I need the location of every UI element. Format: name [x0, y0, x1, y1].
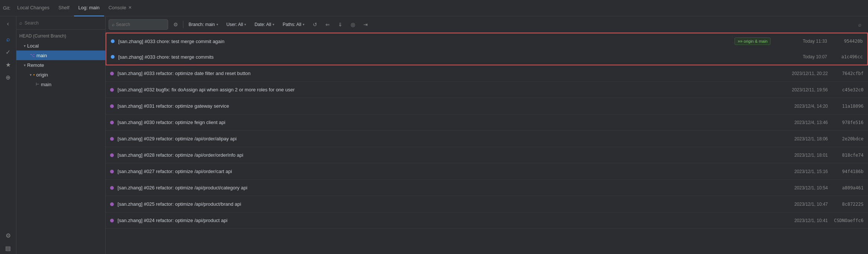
tab-local-changes[interactable]: Local Changes	[13, 0, 54, 16]
commit-date: 2023/12/1, 18:06	[776, 136, 828, 141]
tree-item-remote[interactable]: ▾ Remote	[16, 60, 105, 70]
commit-row[interactable]: [san.zhang] #032 bugfix: fix doAssign ap…	[106, 82, 868, 98]
commit-message: [san.zhang] #033 chore: test merge commi…	[118, 54, 775, 60]
remote-arrow-icon: ▾	[24, 63, 26, 67]
origin-label: origin	[36, 72, 48, 78]
tree-item-main-branch[interactable]: ⌥ main	[16, 51, 105, 60]
commit-hash: 11a18096	[834, 104, 864, 109]
tab-log-main[interactable]: Log: main	[74, 0, 104, 16]
tab-bar: Git: Local Changes Shelf Log: main Conso…	[0, 0, 868, 16]
local-arrow-icon: ▾	[24, 44, 26, 48]
tree-content: HEAD (Current Branch) ▾ Local ⌥ main ▾ R…	[16, 30, 105, 254]
star-icon-btn[interactable]: ★	[2, 59, 14, 71]
commit-dot	[110, 170, 114, 173]
tree-item-local[interactable]: ▾ Local	[16, 41, 105, 51]
origin-arrow-icon: ▾	[30, 73, 32, 77]
commit-date: 2023/12/11, 20:22	[776, 71, 828, 76]
user-filter-label: User: All	[226, 22, 243, 27]
commit-message: [san.zhang] #033 chore: test merge commi…	[118, 39, 730, 44]
commit-message: [san.zhang] #029 refactor: optimize /api…	[118, 136, 776, 141]
tree-item-head[interactable]: HEAD (Current Branch)	[16, 31, 105, 41]
remote-main-label: main	[41, 82, 51, 87]
branch-dropdown-arrow: ▾	[216, 23, 218, 26]
toolbar-search-input[interactable]	[116, 22, 164, 27]
commit-row[interactable]: [san.zhang] #024 refactor: optimize /api…	[106, 212, 868, 229]
vcs-icon-btn[interactable]: ✓	[2, 46, 14, 58]
tree-search-input[interactable]	[25, 20, 102, 26]
tab-console[interactable]: Console ✕	[104, 0, 136, 16]
commit-row[interactable]: [san.zhang] #033 chore: test merge commi…	[106, 49, 868, 65]
commit-hash: CSDNOaeffc6	[834, 218, 864, 223]
tree-search-bar: ⌕	[16, 16, 105, 30]
branch-filter-btn[interactable]: Branch: main ▾	[186, 19, 221, 30]
date-filter-label: Date: All	[254, 22, 271, 27]
commit-hash: 954420b	[833, 39, 863, 44]
commit-row[interactable]: [san.zhang] #030 refactor: optimize feig…	[106, 114, 868, 131]
commit-message: [san.zhang] #033 refactor: optimize date…	[118, 71, 776, 76]
tree-item-remote-main[interactable]: ⊢ main	[16, 79, 105, 89]
commit-dot	[110, 186, 114, 190]
toolbar-separator	[183, 21, 183, 28]
commit-message: [san.zhang] #032 bugfix: fix doAssign ap…	[118, 87, 776, 92]
toolbar-search[interactable]: ⌕	[109, 19, 168, 30]
date-dropdown-arrow: ▾	[273, 23, 274, 26]
commit-hash: 8c87222S	[834, 202, 864, 207]
go-to-hash-icon[interactable]: ⇥	[360, 19, 371, 30]
refresh-icon[interactable]: ↺	[310, 19, 320, 30]
commit-hash: 978fe516	[834, 120, 864, 125]
head-label: HEAD (Current Branch)	[19, 33, 66, 39]
commit-dot	[110, 202, 114, 206]
commit-date: 2023/12/1, 10:47	[776, 202, 828, 207]
tree-panel: ⌕ HEAD (Current Branch) ▾ Local ⌥ main ▾…	[16, 16, 106, 254]
paths-dropdown-arrow: ▾	[303, 23, 305, 26]
commit-row[interactable]: [san.zhang] #033 refactor: optimize date…	[106, 65, 868, 82]
commit-hash: a809a461	[834, 185, 864, 190]
commit-date: 2023/12/11, 19:56	[776, 87, 828, 92]
git-label: Git:	[3, 5, 10, 11]
sidebar-icons: ‹ ⌕ ✓ ★ ⊕ ⚙ ▤	[0, 16, 16, 254]
commit-dot	[111, 39, 115, 43]
branch-filter-label: Branch: main	[189, 22, 215, 27]
commit-message: [san.zhang] #025 refactor: optimize /api…	[118, 201, 776, 207]
commit-row[interactable]: [san.zhang] #029 refactor: optimize /api…	[106, 131, 868, 147]
commit-hash: 2e20bdce	[834, 136, 864, 141]
commit-row[interactable]: [san.zhang] #027 refactor: optimize /api…	[106, 163, 868, 180]
search-icon-btn[interactable]: ⌕	[2, 33, 14, 45]
commit-row[interactable]: [san.zhang] #028 refactor: optimize /api…	[106, 147, 868, 163]
commit-dot	[110, 72, 114, 75]
commit-row[interactable]: [san.zhang] #026 refactor: optimize /api…	[106, 180, 868, 196]
commit-date: 2023/12/1, 10:54	[776, 185, 828, 190]
commit-message: [san.zhang] #024 refactor: optimize /api…	[118, 218, 776, 223]
folder-icon: ▪	[33, 72, 35, 77]
pull-icon[interactable]: ⇓	[335, 19, 345, 30]
tab-shelf[interactable]: Shelf	[54, 0, 74, 16]
tree-item-origin[interactable]: ▾ ▪ origin	[16, 70, 105, 79]
commit-date: Today 11:33	[775, 39, 827, 44]
commit-row[interactable]: [san.zhang] #031 refactor: optimize gate…	[106, 98, 868, 114]
commit-hash: a1c496cc	[833, 54, 863, 59]
commit-dot	[111, 55, 115, 59]
settings-icon[interactable]: ⚙	[170, 19, 181, 30]
commit-list: [san.zhang] #033 chore: test merge commi…	[106, 33, 868, 254]
tree-search-icon: ⌕	[19, 20, 22, 26]
add-remote-icon-btn[interactable]: ⊕	[2, 71, 14, 83]
main-branch-label: main	[36, 53, 47, 58]
expand-icon[interactable]: ⌕	[855, 19, 865, 30]
commit-date: 2023/12/1, 15:16	[776, 169, 828, 174]
fetch-icon[interactable]: ⇐	[322, 19, 333, 30]
tab-close-console[interactable]: ✕	[128, 5, 132, 10]
paths-filter-btn[interactable]: Paths: All ▾	[280, 19, 308, 30]
layout-icon-btn[interactable]: ▤	[2, 242, 14, 254]
settings-icon-btn[interactable]: ⚙	[2, 229, 14, 241]
commit-hash: c45e32c0	[834, 87, 864, 92]
commit-row[interactable]: [san.zhang] #025 refactor: optimize /api…	[106, 196, 868, 212]
commit-row[interactable]: [san.zhang] #033 chore: test merge commi…	[106, 33, 868, 49]
user-filter-btn[interactable]: User: All ▾	[224, 19, 250, 30]
commit-date: 2023/12/1, 10:41	[776, 218, 828, 223]
back-icon-btn[interactable]: ‹	[2, 18, 14, 30]
commit-dot	[110, 219, 114, 222]
commit-dot	[110, 104, 114, 108]
date-filter-btn[interactable]: Date: All ▾	[251, 19, 277, 30]
show-graph-icon[interactable]: ◎	[348, 19, 358, 30]
commit-dot	[110, 121, 114, 124]
